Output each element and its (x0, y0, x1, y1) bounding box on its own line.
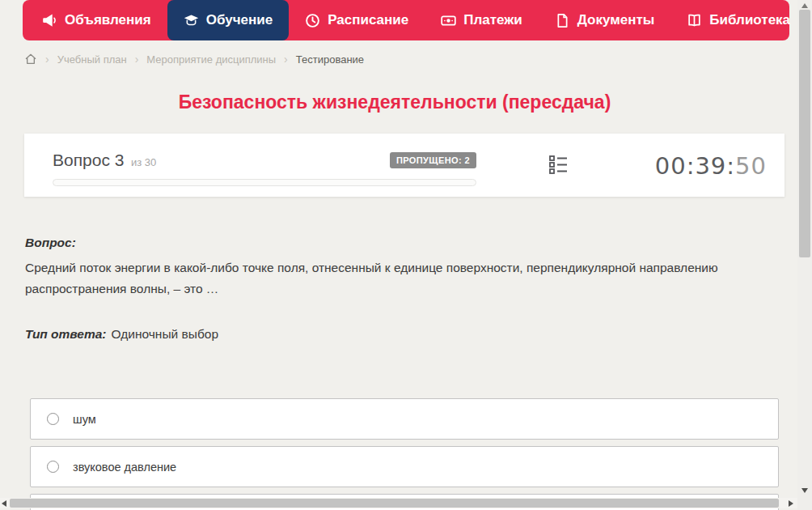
answer-option-2[interactable]: звуковое давление (30, 446, 779, 487)
answer-option-label: шум (73, 413, 96, 426)
breadcrumb-item-curriculum[interactable]: Учебный план (57, 53, 127, 66)
page-title: Безопасность жизнедеятельности (пересдач… (0, 91, 789, 113)
horizontal-scrollbar-thumb[interactable] (10, 499, 779, 508)
nav-item-label: Обучение (206, 12, 273, 28)
nav-item-announcements[interactable]: Объявления (26, 0, 167, 40)
timer-seconds: 50 (735, 152, 767, 180)
radio-button[interactable] (47, 461, 59, 473)
nav-item-documents[interactable]: Документы (539, 0, 671, 40)
document-icon (555, 13, 570, 28)
question-progress-card: Вопрос 3 из 30 ПРОПУЩЕНО: 2 00:39:50 (24, 134, 785, 197)
scroll-left-button[interactable] (2, 500, 6, 507)
question-list-button[interactable] (548, 154, 569, 179)
question-text: Средний поток энергии в какой-либо точке… (25, 257, 763, 300)
clock-icon (305, 13, 320, 28)
home-icon[interactable] (24, 53, 37, 66)
scroll-right-button[interactable] (789, 500, 793, 507)
scroll-down-button[interactable] (801, 488, 808, 493)
answer-options: шум звуковое давление (30, 398, 779, 510)
book-icon (687, 13, 702, 28)
question-total: из 30 (131, 156, 156, 168)
nav-item-library[interactable]: Библиотека (670, 0, 812, 40)
main-navigation: Объявления Обучение Расписание Платежи Д… (23, 0, 789, 40)
banknote-icon (441, 13, 456, 28)
skipped-badge: ПРОПУЩЕНО: 2 (390, 152, 476, 168)
test-timer: 00:39:50 (655, 152, 767, 180)
breadcrumb: › Учебный план › Мероприятие дисциплины … (24, 51, 364, 67)
progress-bar (53, 179, 476, 186)
scroll-up-button[interactable] (801, 3, 808, 8)
horizontal-scrollbar[interactable] (0, 498, 797, 508)
question-progress-left: Вопрос 3 из 30 ПРОПУЩЕНО: 2 (53, 151, 476, 186)
breadcrumb-separator: › (45, 53, 49, 66)
question-number: Вопрос 3 (53, 151, 124, 169)
question-list-icon (548, 154, 569, 176)
vertical-scrollbar-thumb[interactable] (799, 10, 810, 257)
nav-item-label: Платежи (463, 12, 522, 28)
answer-type-label: Тип ответа: (25, 327, 107, 341)
question-counter: Вопрос 3 из 30 (53, 151, 156, 170)
breadcrumb-item-testing: Тестирование (296, 53, 364, 66)
vertical-scrollbar[interactable] (797, 0, 812, 510)
answer-option-1[interactable]: шум (30, 398, 779, 440)
nav-item-label: Библиотека (709, 12, 790, 28)
answer-type-value: Одиночный выбор (112, 327, 219, 341)
nav-item-education[interactable]: Обучение (167, 0, 289, 40)
radio-button[interactable] (47, 413, 59, 425)
answer-option-label: звуковое давление (73, 461, 176, 474)
question-section: Вопрос: Средний поток энергии в какой-ли… (25, 236, 763, 300)
nav-item-label: Объявления (65, 12, 151, 28)
breadcrumb-separator: › (284, 53, 288, 66)
nav-item-label: Расписание (328, 12, 408, 28)
breadcrumb-separator: › (135, 53, 139, 66)
question-label: Вопрос: (25, 236, 763, 250)
nav-item-schedule[interactable]: Расписание (289, 0, 425, 40)
timer-hours-minutes: 00:39: (655, 152, 735, 180)
megaphone-icon (42, 13, 57, 28)
graduation-cap-icon (184, 13, 199, 28)
nav-item-label: Документы (577, 12, 655, 28)
breadcrumb-item-discipline-event[interactable]: Мероприятие дисциплины (146, 53, 276, 66)
nav-item-payments[interactable]: Платежи (425, 0, 539, 40)
answer-type-row: Тип ответа:Одиночный выбор (25, 327, 218, 342)
